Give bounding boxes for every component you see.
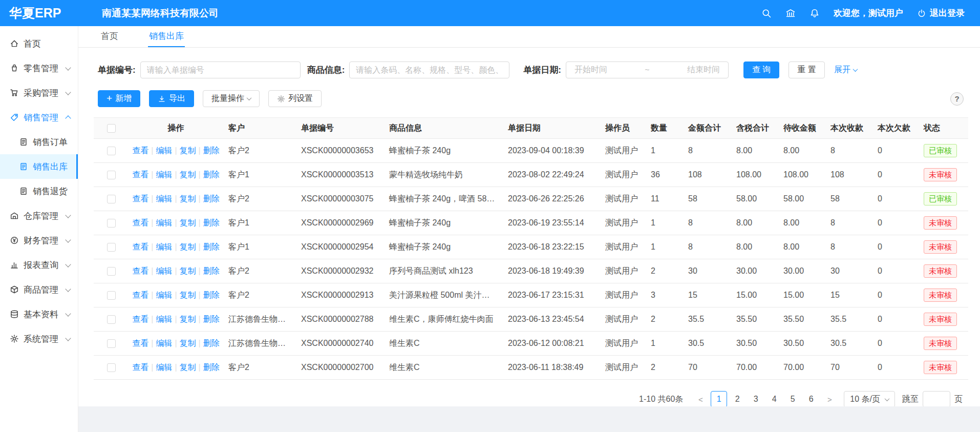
page-button-1[interactable]: 1 bbox=[711, 391, 727, 406]
edit-link[interactable]: 编辑 bbox=[156, 291, 172, 299]
sidebar-item-basic[interactable]: 基本资料 bbox=[0, 302, 78, 326]
sidebar-item-system[interactable]: 系统管理 bbox=[0, 326, 78, 351]
view-link[interactable]: 查看 bbox=[132, 266, 148, 275]
tax-total-cell: 30.00 bbox=[731, 259, 778, 283]
copy-link[interactable]: 复制 bbox=[180, 242, 196, 251]
delete-link[interactable]: 删除 bbox=[203, 170, 220, 179]
welcome-user[interactable]: 欢迎您，测试用户 bbox=[834, 7, 903, 19]
copy-link[interactable]: 复制 bbox=[180, 339, 196, 347]
row-checkbox[interactable] bbox=[107, 171, 116, 179]
reset-button[interactable]: 重 置 bbox=[789, 61, 824, 78]
edit-link[interactable]: 编辑 bbox=[156, 194, 172, 203]
sidebar-item-sales-order[interactable]: 销售订单 bbox=[0, 130, 78, 154]
status-cell: 未审核 bbox=[919, 211, 968, 235]
help-icon[interactable]: ? bbox=[950, 92, 964, 106]
sidebar-item-sales[interactable]: 销售管理 bbox=[0, 105, 78, 130]
copy-link[interactable]: 复制 bbox=[180, 146, 196, 155]
sidebar-item-sales-return[interactable]: 销售退货 bbox=[0, 179, 78, 203]
view-link[interactable]: 查看 bbox=[132, 315, 148, 323]
view-link[interactable]: 查看 bbox=[132, 218, 148, 227]
jump-input[interactable] bbox=[923, 391, 950, 406]
add-button[interactable]: + 新增 bbox=[98, 90, 140, 107]
sidebar-item-sales-outbound[interactable]: 销售出库 bbox=[0, 154, 78, 179]
copy-link[interactable]: 复制 bbox=[180, 218, 196, 227]
page-button-5[interactable]: 5 bbox=[784, 391, 801, 406]
date-end-input[interactable]: 结束时间 bbox=[687, 65, 720, 75]
operator-cell: 测试用户 bbox=[600, 163, 646, 187]
delete-link[interactable]: 删除 bbox=[203, 291, 220, 299]
sidebar-item-report[interactable]: 报表查询 bbox=[0, 253, 78, 277]
copy-link[interactable]: 复制 bbox=[180, 315, 196, 323]
delete-link[interactable]: 删除 bbox=[203, 242, 220, 251]
delete-link[interactable]: 删除 bbox=[203, 363, 220, 372]
view-link[interactable]: 查看 bbox=[132, 194, 148, 203]
copy-link[interactable]: 复制 bbox=[180, 363, 196, 372]
page-button-2[interactable]: 2 bbox=[729, 391, 745, 406]
view-link[interactable]: 查看 bbox=[132, 170, 148, 179]
export-button[interactable]: 导出 bbox=[149, 90, 194, 107]
search-button[interactable]: 查 询 bbox=[743, 61, 779, 78]
divider: | bbox=[199, 363, 201, 372]
select-all-checkbox[interactable] bbox=[107, 124, 116, 133]
copy-link[interactable]: 复制 bbox=[180, 291, 196, 299]
company-name: 南通某某网络科技有限公司 bbox=[102, 7, 219, 20]
edit-link[interactable]: 编辑 bbox=[156, 339, 172, 347]
search-icon[interactable] bbox=[761, 8, 772, 18]
delete-link[interactable]: 删除 bbox=[203, 146, 220, 155]
sidebar-item-home[interactable]: 首页 bbox=[0, 31, 78, 56]
delete-link[interactable]: 删除 bbox=[203, 315, 220, 323]
page-size-select[interactable]: 10 条/页 bbox=[844, 391, 895, 406]
sidebar-item-goods[interactable]: 商品管理 bbox=[0, 277, 78, 302]
view-link[interactable]: 查看 bbox=[132, 146, 148, 155]
row-checkbox[interactable] bbox=[107, 339, 116, 348]
logout-button[interactable]: 退出登录 bbox=[917, 7, 965, 19]
edit-link[interactable]: 编辑 bbox=[156, 242, 172, 251]
delete-link[interactable]: 删除 bbox=[203, 339, 220, 347]
edit-link[interactable]: 编辑 bbox=[156, 266, 172, 275]
view-link[interactable]: 查看 bbox=[132, 363, 148, 372]
tab-home[interactable]: 首页 bbox=[100, 26, 119, 47]
next-page-button[interactable]: > bbox=[821, 391, 838, 406]
delete-link[interactable]: 删除 bbox=[203, 218, 220, 227]
copy-link[interactable]: 复制 bbox=[180, 170, 196, 179]
table-row: 查看|编辑|复制|删除 客户1 XSCK00000002969 蜂蜜柚子茶 24… bbox=[94, 211, 968, 235]
column-settings-button[interactable]: 列设置 bbox=[268, 90, 322, 107]
batch-operations-button[interactable]: 批量操作 bbox=[203, 90, 260, 107]
edit-link[interactable]: 编辑 bbox=[156, 146, 172, 155]
row-checkbox[interactable] bbox=[107, 147, 116, 155]
sidebar-item-retail[interactable]: 零售管理 bbox=[0, 56, 78, 80]
edit-link[interactable]: 编辑 bbox=[156, 218, 172, 227]
sidebar-item-purchase[interactable]: 采购管理 bbox=[0, 80, 78, 105]
sidebar-item-warehouse[interactable]: 仓库管理 bbox=[0, 203, 78, 228]
bank-icon[interactable] bbox=[785, 8, 796, 18]
row-checkbox[interactable] bbox=[107, 363, 116, 372]
copy-link[interactable]: 复制 bbox=[180, 266, 196, 275]
date-range-picker[interactable]: 开始时间 ~ 结束时间 bbox=[566, 61, 729, 78]
row-checkbox[interactable] bbox=[107, 315, 116, 324]
page-button-3[interactable]: 3 bbox=[748, 391, 764, 406]
copy-link[interactable]: 复制 bbox=[180, 194, 196, 203]
row-checkbox[interactable] bbox=[107, 243, 116, 252]
row-checkbox[interactable] bbox=[107, 195, 116, 203]
expand-link[interactable]: 展开 bbox=[834, 65, 857, 75]
page-button-6[interactable]: 6 bbox=[803, 391, 819, 406]
view-link[interactable]: 查看 bbox=[132, 291, 148, 299]
row-checkbox[interactable] bbox=[107, 291, 116, 300]
delete-link[interactable]: 删除 bbox=[203, 194, 220, 203]
product-info-input[interactable] bbox=[349, 61, 509, 78]
prev-page-button[interactable]: < bbox=[692, 391, 709, 406]
page-button-4[interactable]: 4 bbox=[766, 391, 782, 406]
sidebar-item-finance[interactable]: 财务管理 bbox=[0, 228, 78, 253]
doc-no-input[interactable] bbox=[140, 61, 301, 78]
edit-link[interactable]: 编辑 bbox=[156, 315, 172, 323]
edit-link[interactable]: 编辑 bbox=[156, 363, 172, 372]
edit-link[interactable]: 编辑 bbox=[156, 170, 172, 179]
bell-icon[interactable] bbox=[809, 8, 820, 18]
row-checkbox[interactable] bbox=[107, 219, 116, 228]
view-link[interactable]: 查看 bbox=[132, 339, 148, 347]
view-link[interactable]: 查看 bbox=[132, 242, 148, 251]
row-checkbox[interactable] bbox=[107, 267, 116, 276]
date-start-input[interactable]: 开始时间 bbox=[574, 65, 607, 75]
delete-link[interactable]: 删除 bbox=[203, 266, 220, 275]
tab-sales-outbound[interactable]: 销售出库 bbox=[148, 26, 185, 47]
